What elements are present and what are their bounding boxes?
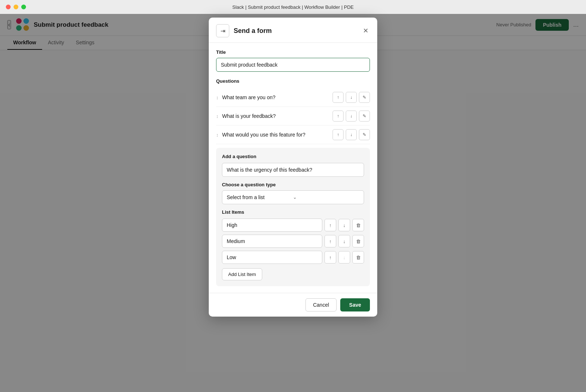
app-container: ‹ Submit product feedback Never Publishe… bbox=[0, 14, 586, 392]
edit-question-button[interactable]: ✎ bbox=[359, 129, 370, 140]
list-item-delete-button[interactable]: 🗑 bbox=[352, 251, 364, 264]
question-item: ↕ What would you use this feature for? ↑… bbox=[216, 126, 370, 144]
select-value: Select from a list bbox=[227, 194, 293, 200]
question-controls: ↑ ↓ ✎ bbox=[333, 129, 370, 140]
drag-handle-icon: ↕ bbox=[216, 113, 219, 119]
modal-overlay: ⇥ Send a form ✕ Title Questions ↕ What t… bbox=[0, 14, 586, 392]
question-item: ↕ What is your feedback? ↑ ↓ ✎ bbox=[216, 107, 370, 126]
question-text: What team are you on? bbox=[222, 94, 333, 100]
question-controls: ↑ ↓ ✎ bbox=[333, 111, 370, 122]
modal-header: ⇥ Send a form ✕ bbox=[209, 18, 377, 43]
modal-dialog: ⇥ Send a form ✕ Title Questions ↕ What t… bbox=[209, 18, 377, 317]
list-item-input[interactable] bbox=[222, 219, 322, 232]
list-item-up-button[interactable]: ↑ bbox=[324, 235, 336, 247]
drag-handle-icon: ↕ bbox=[216, 95, 219, 100]
move-up-button[interactable]: ↑ bbox=[333, 129, 344, 140]
question-controls: ↑ ↓ ✎ bbox=[333, 92, 370, 103]
modal-title: Send a form bbox=[234, 27, 361, 35]
edit-question-button[interactable]: ✎ bbox=[359, 92, 370, 103]
question-item: ↕ What team are you on? ↑ ↓ ✎ bbox=[216, 88, 370, 107]
list-item-row: ↑ ↓ 🗑 bbox=[222, 219, 364, 232]
traffic-lights bbox=[6, 5, 26, 10]
list-item-delete-button[interactable]: 🗑 bbox=[352, 235, 364, 247]
edit-question-button[interactable]: ✎ bbox=[359, 111, 370, 122]
modal-close-button[interactable]: ✕ bbox=[361, 25, 370, 36]
move-up-button[interactable]: ↑ bbox=[333, 92, 344, 103]
title-bar: Slack | Submit product feedback | Workfl… bbox=[0, 0, 586, 14]
move-down-button[interactable]: ↓ bbox=[346, 92, 357, 103]
modal-body: Title Questions ↕ What team are you on? … bbox=[209, 43, 377, 293]
form-icon: ⇥ bbox=[220, 27, 225, 34]
add-question-section: Add a question Choose a question type Se… bbox=[216, 148, 370, 286]
list-item-row: ↑ ↓ 🗑 bbox=[222, 251, 364, 264]
list-item-up-button[interactable]: ↑ bbox=[324, 251, 336, 264]
save-button[interactable]: Save bbox=[340, 298, 370, 311]
move-up-button[interactable]: ↑ bbox=[333, 111, 344, 122]
question-text: What is your feedback? bbox=[222, 113, 333, 119]
list-item-row: ↑ ↓ 🗑 bbox=[222, 235, 364, 248]
minimize-window-btn[interactable] bbox=[14, 5, 18, 10]
modal-form-icon: ⇥ bbox=[216, 24, 229, 37]
move-down-button[interactable]: ↓ bbox=[346, 111, 357, 122]
window-title: Slack | Submit product feedback | Workfl… bbox=[232, 4, 353, 10]
cancel-button[interactable]: Cancel bbox=[305, 298, 337, 311]
list-items-label: List Items bbox=[222, 209, 364, 215]
drag-handle-icon: ↕ bbox=[216, 132, 219, 138]
close-window-btn[interactable] bbox=[6, 5, 11, 10]
question-text: What would you use this feature for? bbox=[222, 132, 333, 138]
question-type-dropdown[interactable]: Select from a list ⌄ bbox=[222, 190, 364, 204]
fullscreen-window-btn[interactable] bbox=[21, 5, 26, 10]
new-question-input[interactable] bbox=[222, 163, 364, 177]
list-item-input[interactable] bbox=[222, 235, 322, 248]
list-item-down-button[interactable]: ↓ bbox=[338, 251, 350, 264]
move-down-button[interactable]: ↓ bbox=[346, 129, 357, 140]
list-item-input[interactable] bbox=[222, 251, 322, 264]
list-item-down-button[interactable]: ↓ bbox=[338, 219, 350, 231]
questions-label: Questions bbox=[216, 78, 370, 84]
question-type-label: Choose a question type bbox=[222, 182, 364, 187]
title-field-label: Title bbox=[216, 49, 370, 55]
modal-footer: Cancel Save bbox=[209, 293, 377, 317]
form-title-input[interactable] bbox=[216, 58, 370, 72]
list-item-up-button[interactable]: ↑ bbox=[324, 219, 336, 231]
chevron-down-icon: ⌄ bbox=[293, 195, 359, 200]
list-item-delete-button[interactable]: 🗑 bbox=[352, 219, 364, 231]
add-question-label: Add a question bbox=[222, 154, 364, 159]
add-list-item-button[interactable]: Add List Item bbox=[222, 268, 262, 280]
list-item-down-button[interactable]: ↓ bbox=[338, 235, 350, 247]
